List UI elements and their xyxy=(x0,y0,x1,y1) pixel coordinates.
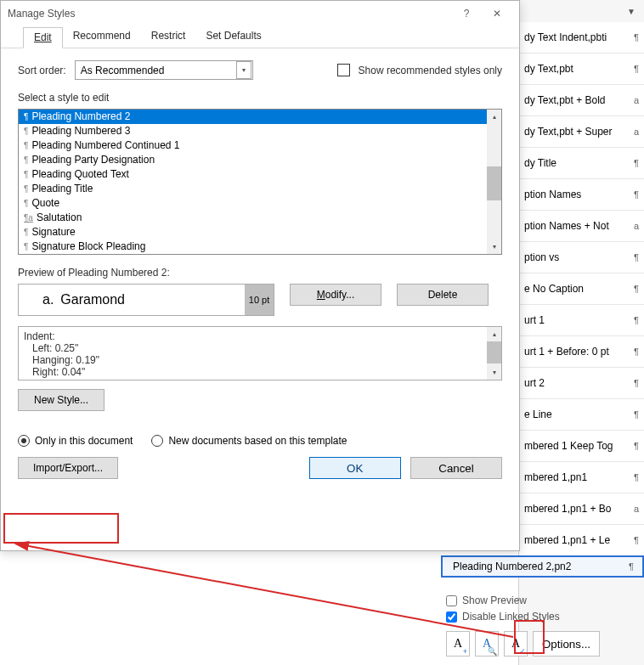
new-docs-template-radio[interactable]: New documents based on this template xyxy=(151,435,347,447)
only-this-doc-radio[interactable]: Only in this document xyxy=(18,435,133,447)
list-item[interactable]: ¶Pleading Quoted Text xyxy=(19,167,487,182)
style-tool-icons: A+ A🔍 A✓ Options... xyxy=(446,631,639,657)
style-detail-text: Indent: Left: 0.25" Hanging: 0.19" Right… xyxy=(19,327,487,380)
styles-pane-bottom: Show Preview Disable Linked Styles A+ A🔍… xyxy=(441,583,644,665)
svg-line-0 xyxy=(15,544,513,637)
styles-task-pane: ▼ dy Text Indent,pbti¶ dy Text,pbt¶ dy T… xyxy=(518,0,644,665)
chevron-down-icon: ▾ xyxy=(236,61,251,79)
style-item[interactable]: mbered 1,pn1¶ xyxy=(519,462,644,493)
tab-set-defaults[interactable]: Set Defaults xyxy=(195,26,271,48)
style-item[interactable]: dy Text,pbt + Bolda xyxy=(519,85,644,116)
ok-button[interactable]: OK xyxy=(309,457,401,479)
cancel-button[interactable]: Cancel xyxy=(410,457,502,479)
paragraph-icon: ¶ xyxy=(24,110,28,124)
scope-radio-row: Only in this document New documents base… xyxy=(18,435,502,447)
tab-recommend[interactable]: Recommend xyxy=(63,26,141,48)
style-item[interactable]: ption Names¶ xyxy=(519,179,644,211)
style-item[interactable]: dy Text,pbt + Supera xyxy=(519,116,644,148)
style-item[interactable]: urt 2¶ xyxy=(519,368,644,399)
style-list: dy Text Indent,pbti¶ dy Text,pbt¶ dy Tex… xyxy=(519,22,644,556)
style-inspector-icon[interactable]: A🔍 xyxy=(475,631,499,657)
close-button[interactable]: ✕ xyxy=(482,1,512,26)
manage-styles-dialog: Manage Styles ? ✕ Edit Recommend Restric… xyxy=(0,0,520,551)
style-item[interactable]: ption vs¶ xyxy=(519,242,644,273)
paragraph-icon: ¶ xyxy=(24,196,28,211)
style-item[interactable]: e No Caption¶ xyxy=(519,273,644,305)
disable-linked-checkbox[interactable]: Disable Linked Styles xyxy=(446,611,639,623)
style-item[interactable]: urt 1¶ xyxy=(519,305,644,336)
listbox-scrollbar[interactable]: ▴ ▾ xyxy=(487,110,501,254)
import-export-button[interactable]: Import/Export... xyxy=(18,457,118,479)
style-item[interactable]: ption Names + Nota xyxy=(519,211,644,242)
show-preview-input[interactable] xyxy=(446,595,457,606)
scroll-up-icon[interactable]: ▴ xyxy=(487,327,501,341)
dialog-title: Manage Styles xyxy=(8,8,451,20)
style-item[interactable]: mbered 1,pn1 + Boa xyxy=(519,493,644,525)
scroll-down-icon[interactable]: ▾ xyxy=(487,240,501,254)
style-item[interactable]: dy Text Indent,pbti¶ xyxy=(519,22,644,54)
paragraph-icon: ¶ xyxy=(24,225,28,240)
manage-styles-icon[interactable]: A✓ xyxy=(504,631,528,657)
style-item[interactable]: e Line¶ xyxy=(519,399,644,431)
style-item-selected[interactable]: Pleading Numbered 2,pn2 ¶ xyxy=(441,555,644,578)
show-preview-label: Show Preview xyxy=(462,595,527,606)
show-recommended-checkbox[interactable] xyxy=(337,64,350,76)
detail-scrollbar[interactable]: ▴ ▾ xyxy=(487,327,501,380)
style-item[interactable]: urt 1 + Before: 0 pt¶ xyxy=(519,336,644,368)
paragraph-icon: ¶ xyxy=(24,240,28,254)
style-item[interactable]: dy Title¶ xyxy=(519,148,644,179)
preview-sample: a. Garamond xyxy=(19,292,125,307)
scrollbar-thumb[interactable] xyxy=(487,341,501,363)
modify-button[interactable]: Modify... xyxy=(290,284,381,306)
options-button[interactable]: Options... xyxy=(533,631,600,657)
list-item[interactable]: ¶Pleading Numbered 2 xyxy=(19,110,487,124)
dialog-titlebar[interactable]: Manage Styles ? ✕ xyxy=(1,1,519,26)
dialog-body: Sort order: As Recommended ▾ Show recomm… xyxy=(1,48,519,487)
list-item[interactable]: ¶Pleading Numbered 3 xyxy=(19,124,487,138)
list-item[interactable]: ¶Pleading Title xyxy=(19,182,487,196)
tab-restrict[interactable]: Restrict xyxy=(141,26,196,48)
new-style-icon[interactable]: A+ xyxy=(446,631,470,657)
help-button[interactable]: ? xyxy=(451,1,482,26)
disable-linked-label: Disable Linked Styles xyxy=(462,611,560,623)
plus-icon: + xyxy=(463,647,467,656)
dialog-bottom-row: Import/Export... OK Cancel xyxy=(18,457,502,479)
style-listbox-inner: ¶Pleading Numbered 2 ¶Pleading Numbered … xyxy=(19,110,487,254)
list-item[interactable]: ¶Pleading Numbered Continued 1 xyxy=(19,138,487,153)
delete-button[interactable]: Delete xyxy=(397,284,489,306)
list-item[interactable]: ¶aSalutation xyxy=(19,211,487,225)
paragraph-icon: ¶ xyxy=(24,182,28,196)
list-item[interactable]: ¶Pleading Party Designation xyxy=(19,153,487,167)
style-detail-box: Indent: Left: 0.25" Hanging: 0.19" Right… xyxy=(18,326,502,380)
link-icon: ¶a xyxy=(24,211,33,225)
tab-edit[interactable]: Edit xyxy=(23,27,63,48)
new-style-button[interactable]: New Style... xyxy=(18,389,105,411)
list-item[interactable]: ¶Signature Block Pleading xyxy=(19,240,487,254)
sort-order-label: Sort order: xyxy=(18,65,66,76)
radio-icon xyxy=(151,435,163,447)
dialog-tabs: Edit Recommend Restrict Set Defaults xyxy=(1,26,519,48)
style-item[interactable]: mbered 1,pn1 + Le¶ xyxy=(519,525,644,556)
show-recommended-label: Show recommended styles only xyxy=(359,65,502,76)
list-item[interactable]: ¶Signature xyxy=(19,225,487,240)
preview-row: a. Garamond 10 pt Modify... Delete xyxy=(18,284,502,316)
radio-icon xyxy=(18,435,30,447)
preview-box: a. Garamond 10 pt xyxy=(18,284,274,316)
paragraph-icon: ¶ xyxy=(24,167,28,182)
disable-linked-input[interactable] xyxy=(446,611,457,623)
check-icon: ✓ xyxy=(519,647,526,656)
paragraph-icon: ¶ xyxy=(24,138,28,153)
scroll-down-icon[interactable]: ▾ xyxy=(487,365,501,380)
style-item[interactable]: mbered 1 Keep Tog¶ xyxy=(519,431,644,462)
list-item[interactable]: ¶Quote xyxy=(19,196,487,211)
scrollbar-thumb[interactable] xyxy=(487,166,501,200)
style-listbox[interactable]: ¶Pleading Numbered 2 ¶Pleading Numbered … xyxy=(18,109,502,255)
paragraph-icon: ¶ xyxy=(24,124,28,138)
show-preview-checkbox[interactable]: Show Preview xyxy=(446,595,639,606)
preview-pt: 10 pt xyxy=(245,285,274,315)
magnifier-icon: 🔍 xyxy=(488,647,497,656)
scroll-up-icon[interactable]: ▴ xyxy=(487,110,501,124)
style-item[interactable]: dy Text,pbt¶ xyxy=(519,54,644,85)
pane-menu-chevron[interactable]: ▼ xyxy=(627,7,636,16)
sort-order-select[interactable]: As Recommended ▾ xyxy=(75,60,253,80)
